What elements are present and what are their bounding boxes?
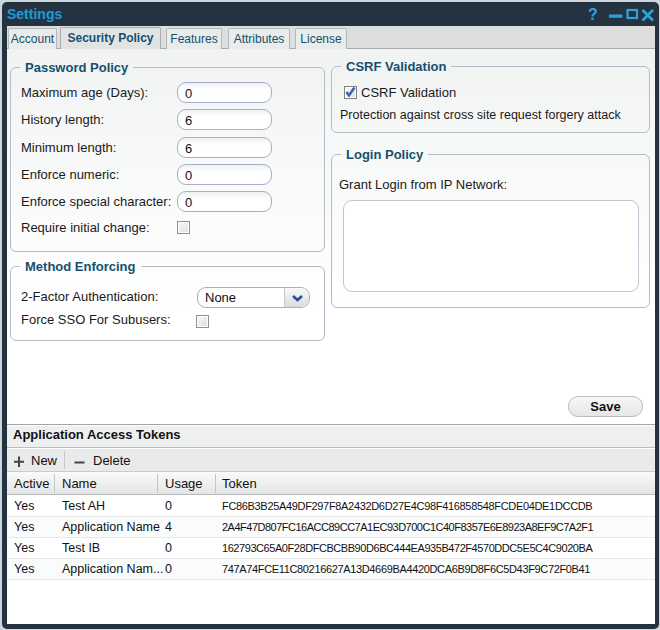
- svg-text:?: ?: [588, 6, 598, 23]
